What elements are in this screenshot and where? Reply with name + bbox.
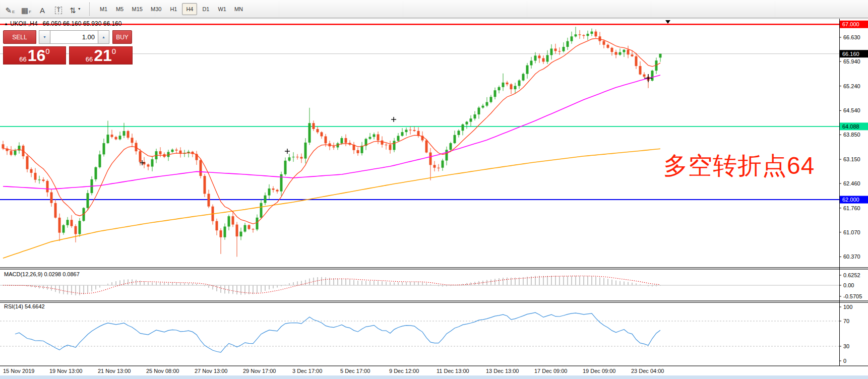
svg-text:19 Dec 09:00: 19 Dec 09:00 — [583, 368, 615, 374]
timeframe-button-m5[interactable]: M5 — [112, 3, 128, 15]
timeframe-button-w1[interactable]: W1 — [214, 3, 230, 15]
text-label-icon[interactable]: T — [51, 3, 66, 16]
drawing-tools-group: ✎E▦FAT⇅▼ — [2, 3, 84, 16]
one-click-trading-panel: SELL ▼ ▲ BUY 66160 66210 — [3, 30, 133, 65]
svg-text:3 Dec 17:00: 3 Dec 17:00 — [292, 368, 322, 374]
fibonacci-grid-icon: ▦ — [21, 7, 28, 14]
toolbar-separator — [89, 3, 93, 16]
arrow-objects-icon[interactable]: ⇅▼ — [67, 3, 84, 16]
svg-text:64.540: 64.540 — [843, 107, 860, 113]
svg-text:29 Nov 17:00: 29 Nov 17:00 — [243, 368, 276, 374]
chart-tools-icon[interactable]: ✎E — [3, 3, 18, 16]
svg-text:61.760: 61.760 — [843, 205, 860, 211]
fibonacci-grid-icon[interactable]: ▦F — [19, 3, 34, 16]
chart-text-annotation: 多空转折点64 — [663, 150, 815, 182]
volume-decrease-button[interactable]: ▼ — [39, 30, 50, 44]
arrow-objects-icon: ⇅ — [70, 7, 76, 14]
sell-price-tile[interactable]: 66160 — [3, 46, 66, 65]
macd-indicator-label: MACD(12,26,9) 0.0298 0.0867 — [4, 271, 80, 277]
svg-text:11 Dec 13:00: 11 Dec 13:00 — [437, 368, 469, 374]
window-bottom-edge — [0, 375, 868, 379]
svg-text:23 Dec 04:00: 23 Dec 04:00 — [631, 368, 664, 374]
svg-text:61.070: 61.070 — [843, 229, 860, 235]
timeframe-button-d1[interactable]: D1 — [198, 3, 213, 15]
chart-title: ▲UKOIl-,H466.050 66.160 65.930 66.160 — [4, 20, 121, 27]
svg-text:17 Dec 09:00: 17 Dec 09:00 — [534, 368, 567, 374]
svg-text:13 Dec 13:00: 13 Dec 13:00 — [486, 368, 519, 374]
timeframe-button-mn[interactable]: MN — [231, 3, 246, 15]
svg-text:19 Nov 13:00: 19 Nov 13:00 — [49, 368, 82, 374]
symbol-period-label: UKOIl-,H4 — [10, 20, 38, 27]
svg-text:67.000: 67.000 — [842, 21, 859, 27]
svg-text:100: 100 — [843, 304, 852, 310]
timeframe-button-h4[interactable]: H4 — [182, 3, 197, 15]
spin-up-icon: ▲ — [102, 35, 105, 39]
svg-text:0.00: 0.00 — [843, 282, 854, 288]
svg-text:64.088: 64.088 — [842, 123, 859, 130]
svg-text:9 Dec 12:00: 9 Dec 12:00 — [389, 368, 419, 374]
buy-price-tile[interactable]: 66210 — [69, 46, 133, 65]
svg-text:65.940: 65.940 — [843, 58, 860, 65]
svg-text:70: 70 — [843, 318, 849, 324]
svg-text:65.240: 65.240 — [843, 83, 860, 89]
sell-button[interactable]: SELL — [3, 30, 36, 44]
mt4-window: ✎E▦FAT⇅▼ M1M5M15M30H1H4D1W1MN 66.63065.9… — [0, 0, 868, 379]
svg-text:66.630: 66.630 — [843, 34, 860, 40]
icon-subscript: E — [12, 10, 15, 14]
spin-down-icon: ▼ — [43, 35, 46, 39]
svg-text:66.160: 66.160 — [842, 51, 859, 57]
rsi-indicator-label: RSI(14) 54.6642 — [4, 303, 45, 309]
svg-text:63.850: 63.850 — [843, 132, 860, 138]
volume-increase-button[interactable]: ▲ — [98, 30, 109, 44]
sell-big-figure: 66 — [19, 55, 26, 63]
svg-text:60.370: 60.370 — [843, 254, 860, 260]
timeframe-button-m15[interactable]: M15 — [129, 3, 146, 15]
svg-text:30: 30 — [843, 343, 849, 349]
trade-panel-prices: 66160 66210 — [3, 46, 133, 65]
svg-text:0: 0 — [843, 358, 846, 364]
svg-text:5 Dec 17:00: 5 Dec 17:00 — [340, 368, 370, 374]
svg-text:62.460: 62.460 — [843, 180, 860, 186]
sell-pipette: 0 — [45, 47, 49, 55]
svg-text:-0.5705: -0.5705 — [843, 293, 862, 299]
buy-pipette: 0 — [112, 47, 116, 55]
svg-text:27 Nov 13:00: 27 Nov 13:00 — [195, 368, 227, 374]
volume-input[interactable] — [50, 30, 98, 44]
text-icon: A — [40, 7, 45, 14]
trade-panel-row: SELL ▼ ▲ BUY — [3, 30, 133, 44]
svg-text:62.000: 62.000 — [842, 197, 859, 203]
buy-big-figure: 66 — [86, 55, 93, 63]
text-icon[interactable]: A — [35, 3, 50, 16]
svg-text:25 Nov 08:00: 25 Nov 08:00 — [146, 368, 179, 374]
timeframe-button-m30[interactable]: M30 — [147, 3, 165, 15]
svg-text:15 Nov 2019: 15 Nov 2019 — [3, 368, 34, 374]
buy-pips: 21 — [94, 48, 112, 63]
chart-tools-icon: ✎ — [6, 7, 12, 14]
timeframe-button-m1[interactable]: M1 — [96, 3, 111, 15]
toolbar: ✎E▦FAT⇅▼ M1M5M15M30H1H4D1W1MN — [0, 0, 868, 18]
text-label-icon: T — [55, 7, 61, 14]
svg-text:63.150: 63.150 — [843, 156, 860, 162]
svg-text:0.6252: 0.6252 — [843, 272, 860, 278]
svg-text:21 Nov 13:00: 21 Nov 13:00 — [98, 368, 131, 374]
timeframe-group: M1M5M15M30H1H4D1W1MN — [96, 3, 247, 15]
sell-pips: 16 — [28, 48, 46, 63]
icon-subscript: F — [29, 10, 31, 14]
collapse-panel-icon[interactable]: ▲ — [4, 22, 8, 26]
chevron-down-icon: ▼ — [78, 7, 81, 11]
timeframe-button-h1[interactable]: H1 — [166, 3, 181, 15]
buy-button[interactable]: BUY — [112, 30, 132, 44]
ohlc-values: 66.050 66.160 65.930 66.160 — [43, 20, 122, 27]
